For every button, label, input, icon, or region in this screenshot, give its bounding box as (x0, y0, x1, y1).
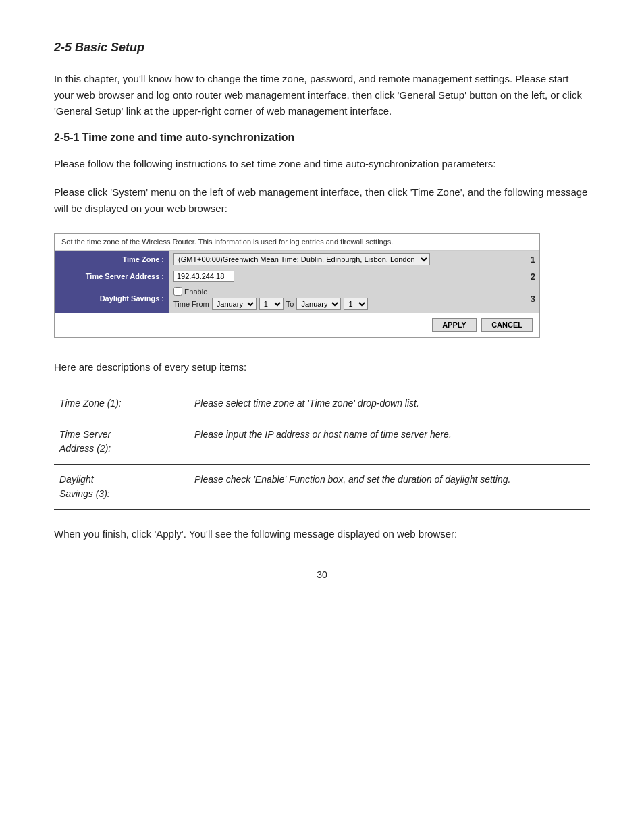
desc-text-daylight: Please check 'Enable' Function box, and … (189, 465, 590, 510)
section-title: 2-5-1 Time zone and time auto-synchroniz… (54, 132, 590, 144)
desc-item-timezone: Time Zone (1): (54, 388, 189, 419)
enable-checkbox-label: Enable (173, 287, 207, 296)
section-instruction-text: Please click 'System' menu on the left o… (54, 184, 590, 217)
daylight-value-cell: Enable Time From January 1 To January (169, 284, 526, 313)
router-button-row: APPLY CANCEL (55, 313, 539, 337)
daylight-label: Daylight Savings : (55, 284, 169, 313)
timeserver-label: Time Server Address : (55, 268, 169, 284)
intro-paragraph: In this chapter, you'll know how to chan… (54, 71, 590, 120)
desc-row-timeserver: Time ServerAddress (2): Please input the… (54, 419, 590, 465)
timezone-label: Time Zone : (55, 251, 169, 268)
desc-row-daylight: DaylightSavings (3): Please check 'Enabl… (54, 465, 590, 510)
from-month-select[interactable]: January (212, 298, 257, 310)
to-label: To (286, 300, 294, 308)
finish-text: When you finish, click 'Apply'. You'll s… (54, 526, 590, 542)
router-form-table: Time Zone : (GMT+00:00)Greenwich Mean Ti… (55, 251, 539, 313)
enable-checkbox[interactable] (173, 287, 182, 296)
to-month-select[interactable]: January (296, 298, 341, 310)
timeserver-value-cell (169, 268, 526, 284)
descriptions-table: Time Zone (1): Please select time zone a… (54, 388, 590, 510)
daylight-row: Daylight Savings : Enable Time From Janu… (55, 284, 539, 313)
timezone-select[interactable]: (GMT+00:00)Greenwich Mean Time: Dublin, … (173, 253, 430, 265)
timeserver-number: 2 (526, 268, 539, 284)
to-day-select[interactable]: 1 (344, 298, 368, 310)
desc-text-timeserver: Please input the IP address or host name… (189, 419, 590, 465)
timeserver-input[interactable] (173, 271, 234, 282)
apply-button[interactable]: APPLY (432, 318, 477, 332)
enable-label-text: Enable (184, 288, 207, 296)
router-ui-mockup: Set the time zone of the Wireless Router… (54, 233, 540, 338)
timeserver-row: Time Server Address : 2 (55, 268, 539, 284)
router-ui-info-bar: Set the time zone of the Wireless Router… (55, 234, 539, 251)
timezone-value-cell: (GMT+00:00)Greenwich Mean Time: Dublin, … (169, 251, 526, 268)
timezone-number: 1 (526, 251, 539, 268)
time-from-label: Time From (173, 300, 209, 308)
chapter-title: 2-5 Basic Setup (54, 41, 590, 55)
page-number: 30 (54, 569, 590, 580)
descriptions-header: Here are descriptions of every setup ite… (54, 359, 590, 375)
daylight-number: 3 (526, 284, 539, 313)
cancel-button[interactable]: CANCEL (481, 318, 533, 332)
desc-item-timeserver: Time ServerAddress (2): (54, 419, 189, 465)
desc-row-timezone: Time Zone (1): Please select time zone a… (54, 388, 590, 419)
from-day-select[interactable]: 1 (259, 298, 284, 310)
timezone-row: Time Zone : (GMT+00:00)Greenwich Mean Ti… (55, 251, 539, 268)
desc-item-daylight: DaylightSavings (3): (54, 465, 189, 510)
section-intro-text: Please follow the following instructions… (54, 156, 590, 172)
desc-text-timezone: Please select time zone at 'Time zone' d… (189, 388, 590, 419)
